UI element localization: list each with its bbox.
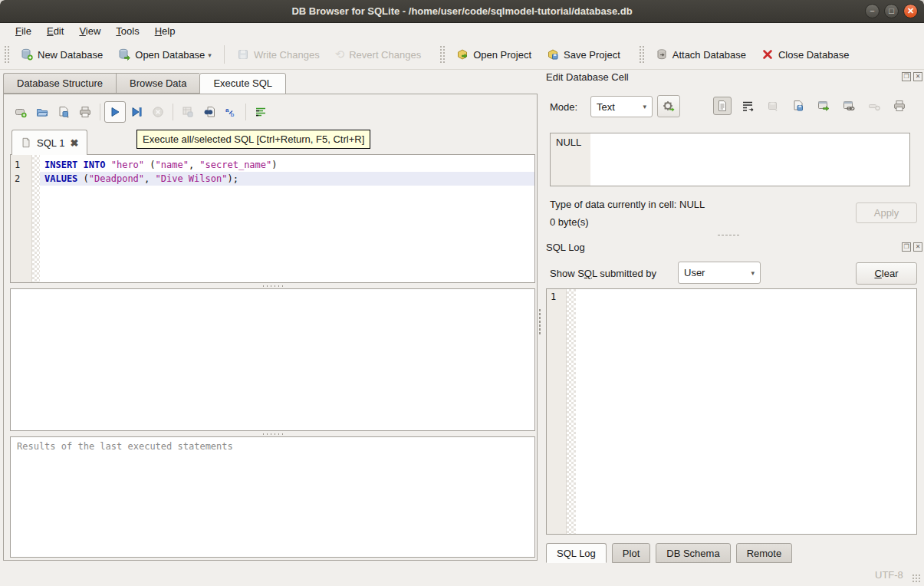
dock-restore-icon[interactable]: ❐ [902,72,911,81]
sql-file-icon [21,137,31,148]
save-sql-file-button[interactable] [53,101,74,123]
open-database-button[interactable]: Open Database ▾ [110,44,219,64]
save-results-icon [182,106,194,118]
menubar: File Edit View Tools Help [0,23,924,40]
word-wrap-cell-button[interactable] [738,97,757,115]
toolbar-separator [173,104,173,120]
dock-splitter-handle[interactable] [717,234,740,236]
new-database-button[interactable]: New Database [13,44,110,64]
save-project-button[interactable]: Save Project [539,44,628,64]
code-line[interactable]: INSERT INTO "hero" ("name", "secret_name… [40,158,534,172]
tab-database-structure[interactable]: Database Structure [3,73,116,94]
tab-sql-log[interactable]: SQL Log [546,543,607,563]
tab-execute-sql[interactable]: Execute SQL [199,73,286,94]
word-wrap-button[interactable] [250,101,271,123]
splitter-handle[interactable] [10,283,535,288]
code-line[interactable]: VALUES ("Deadpond", "Dive Wilson"); [40,172,534,186]
export-cell-button[interactable] [789,97,807,115]
main-splitter-handle[interactable] [538,308,541,336]
write-changes-button: Write Changes [229,44,327,64]
clear-log-button[interactable]: Clear [856,262,917,285]
toolbar-drag-handle[interactable] [4,45,9,64]
dock-close-icon[interactable]: ✕ [913,242,922,252]
tab-browse-data[interactable]: Browse Data [116,73,199,94]
execute-all-button[interactable] [104,101,126,123]
attach-database-button[interactable]: Attach Database [648,44,754,64]
sql-code-surface[interactable]: INSERT INTO "hero" ("name", "secret_name… [40,155,534,282]
text-mode-button[interactable] [713,97,732,115]
auto-apply-button[interactable] [657,95,680,117]
results-grid-pane[interactable] [10,288,535,431]
sql-toolbar: ab [10,99,271,125]
open-database-dropdown-icon[interactable]: ▾ [208,51,212,59]
revert-changes-button: ⟲ Revert Changes [327,44,429,65]
log-filter-combobox[interactable]: User ▾ [678,262,761,284]
mode-combobox[interactable]: Text ▾ [590,96,653,117]
tab-remote[interactable]: Remote [736,543,793,563]
close-database-button[interactable]: Close Database [754,44,857,64]
minimize-icon[interactable]: − [865,4,880,18]
sql-tab-close-icon[interactable]: ✖ [70,137,78,149]
app-window: DB Browser for SQLite - /home/user/code/… [0,0,924,586]
new-database-label: New Database [38,49,103,61]
dock-close-icon[interactable]: ✕ [913,72,922,81]
toolbar-separator [224,45,225,64]
apply-button: Apply [856,202,917,223]
write-changes-icon [237,48,249,61]
dock-restore-icon[interactable]: ❐ [902,242,911,252]
results-message-pane[interactable]: Results of the last executed statements [10,436,535,558]
menu-file[interactable]: File [8,23,39,40]
menu-edit[interactable]: Edit [39,23,71,40]
print-sql-button[interactable] [74,101,96,123]
sql-log-area[interactable]: 1 [546,288,917,535]
open-database-label: Open Database [135,49,205,61]
toolbar-drag-handle[interactable] [439,45,445,64]
window-title: DB Browser for SQLite - /home/user/code/… [0,0,924,22]
menu-view[interactable]: View [71,23,108,40]
tab-plot[interactable]: Plot [612,543,650,563]
revert-changes-label: Revert Changes [349,49,421,61]
resize-grip[interactable] [912,574,921,583]
close-icon[interactable]: ✕ [903,4,918,18]
toolbar-drag-handle[interactable] [639,45,644,64]
copy-link-button[interactable] [840,97,858,115]
link-window-icon [843,100,855,112]
export-file-icon [792,100,804,112]
menu-help[interactable]: Help [147,23,183,40]
log-dock-title: SQL Log [546,242,585,253]
execute-line-button[interactable] [126,101,147,123]
open-sql-file-button[interactable] [31,101,53,123]
fold-margin [32,155,40,282]
sql-editor-gutter: 12 [11,155,32,282]
sql-editor[interactable]: 12 INSERT INTO "hero" ("name", "secret_n… [10,154,535,283]
external-window-icon [817,100,830,112]
print-cell-button[interactable] [890,97,909,115]
find-button[interactable] [199,101,220,123]
execute-sql-panel: ab SQL 1 ✖ 12 INSERT INTO "hero" ("name"… [3,94,538,561]
cell-editor-area[interactable]: NULL [550,133,910,186]
replace-button[interactable]: ab [220,101,242,123]
log-line-number: 1 [547,291,566,302]
clear-label: Clear [874,263,898,284]
set-null-button [865,97,883,115]
titlebar[interactable]: DB Browser for SQLite - /home/user/code/… [0,0,924,23]
open-external-button[interactable] [814,97,833,115]
splitter-handle[interactable] [10,431,535,436]
open-project-button[interactable]: Open Project [449,44,539,64]
encoding-indicator[interactable]: UTF-8 [875,569,903,581]
new-tab-icon [15,106,27,118]
stop-button [147,101,169,123]
log-filter-label: Show SQL submitted by [550,268,656,279]
sql-tab[interactable]: SQL 1 ✖ [12,130,87,155]
close-database-label: Close Database [778,49,850,61]
find-icon [203,106,215,118]
cell-size-info: 0 byte(s) [550,216,589,228]
bottom-tabbar: SQL Log Plot DB Schema Remote [546,543,792,563]
maximize-icon[interactable]: □ [884,4,899,18]
tab-db-schema[interactable]: DB Schema [656,543,730,563]
print-icon [893,100,906,112]
apply-label: Apply [874,207,899,219]
new-sql-tab-button[interactable] [10,101,31,123]
print-icon [79,106,91,118]
menu-tools[interactable]: Tools [108,23,146,40]
